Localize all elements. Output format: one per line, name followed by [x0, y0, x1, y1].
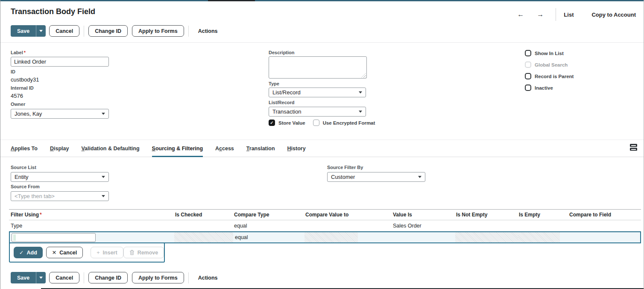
filter-using-combo[interactable] [12, 233, 96, 242]
add-button[interactable]: ✓Add [14, 247, 43, 258]
save-menu-button[interactable] [36, 25, 46, 37]
cell-filter-using: Type [9, 223, 173, 229]
edit-cell-compare-type[interactable]: equal [233, 232, 304, 242]
required-asterisk: * [40, 212, 42, 218]
tab-display[interactable]: Display [50, 140, 69, 157]
tab-applies-to[interactable]: Applies To [11, 140, 38, 157]
source-list-select[interactable]: Entity [11, 172, 109, 182]
cell-compare-type: equal [232, 223, 304, 229]
use-encrypted-format-checkbox[interactable] [313, 120, 319, 126]
store-value-checkbox[interactable]: ✓ [269, 120, 275, 126]
table-row[interactable]: Type equal Sales Order [9, 220, 641, 231]
source-from-input[interactable] [15, 193, 102, 199]
store-value-field: ✓ Store Value Use Encrypted Format [269, 120, 375, 126]
toolbar-divider [84, 26, 84, 37]
chevron-down-icon [359, 91, 362, 93]
text-cursor [13, 234, 16, 241]
inactive-label: Inactive [535, 85, 553, 90]
edit-row-toolbar: ✓Add ✕Cancel +Insert Remove [9, 242, 165, 263]
source-list-field-label: Source List [11, 165, 36, 170]
change-id-button-bottom[interactable]: Change ID [88, 272, 128, 283]
column-header-compare-value-to: Compare Value to [304, 212, 391, 218]
footer-toolbar: Save Cancel Change ID Apply to Forms Act… [11, 272, 223, 283]
x-icon: ✕ [52, 249, 56, 256]
inactive-checkbox[interactable] [525, 85, 531, 91]
insert-button: +Insert [91, 247, 123, 258]
edit-cell-value-is [392, 232, 455, 242]
actions-menu[interactable]: Actions [193, 28, 223, 34]
source-from-combo[interactable] [11, 191, 109, 201]
column-header-compare-to-field: Compare to Field [568, 212, 641, 218]
nav-divider [556, 8, 556, 21]
tab-sourcing-filtering[interactable]: Sourcing & Filtering [152, 140, 203, 157]
chevron-down-icon [39, 30, 43, 32]
label-input[interactable] [11, 57, 109, 67]
edit-cell-is-checked-disabled [174, 232, 233, 242]
previous-record-arrow-icon[interactable]: ← [515, 11, 527, 18]
change-id-button[interactable]: Change ID [88, 25, 128, 37]
header-toolbar: Save Cancel Change ID Apply to Forms Act… [11, 25, 223, 37]
required-asterisk: * [24, 50, 26, 55]
cancel-button-bottom[interactable]: Cancel [49, 272, 79, 283]
description-field [269, 56, 367, 79]
transaction-body-field-page: Transaction Body Field Save Cancel Chang… [0, 0, 644, 289]
tab-translation[interactable]: Translation [246, 140, 275, 157]
edit-cell-compare-value-to [304, 232, 392, 242]
owner-select[interactable]: Jones, Kay [11, 109, 109, 119]
global-search-label: Global Search [535, 62, 568, 67]
column-header-filter-using: Filter Using* [9, 212, 173, 218]
description-textarea[interactable] [269, 56, 367, 79]
internal-id-field-label: Internal ID [11, 85, 34, 90]
column-header-value-is: Value Is [391, 212, 454, 218]
record-is-parent-checkbox[interactable] [525, 73, 531, 79]
use-encrypted-format-label: Use Encrypted Format [323, 120, 375, 126]
show-in-list-label: Show In List [535, 51, 564, 56]
source-from-field-label: Source From [11, 184, 40, 189]
id-value: custbody31 [11, 76, 39, 83]
type-select[interactable]: List/Record [269, 88, 366, 97]
column-header-is-checked: Is Checked [173, 212, 232, 218]
list-record-field-label: List/Record [269, 100, 295, 105]
chevron-down-icon [39, 277, 43, 279]
cell-value-is: Sales Order [391, 223, 454, 229]
owner-field-label: Owner [11, 102, 25, 107]
edit-cell-is-not-empty-disabled [455, 232, 518, 242]
edit-cell-is-empty [518, 232, 568, 242]
show-in-list-field: Show In List [525, 50, 564, 56]
inactive-field: Inactive [525, 85, 553, 91]
internal-id-value: 4576 [11, 93, 23, 99]
collapse-subtabs-icon[interactable] [630, 144, 638, 152]
save-button-bottom[interactable]: Save [11, 272, 36, 283]
record-is-parent-label: Record is Parent [535, 74, 574, 79]
save-menu-button-bottom[interactable] [36, 272, 46, 283]
filter-table: Filter Using* Is Checked Compare Type Co… [9, 209, 641, 243]
global-search-checkbox [525, 61, 531, 68]
column-header-is-empty: Is Empty [517, 212, 568, 218]
show-in-list-checkbox[interactable] [525, 50, 531, 56]
edit-cancel-button[interactable]: ✕Cancel [46, 247, 83, 258]
type-field-label: Type [269, 81, 279, 86]
tab-access[interactable]: Access [215, 140, 234, 157]
apply-to-forms-button[interactable]: Apply to Forms [132, 25, 184, 37]
cancel-button[interactable]: Cancel [49, 25, 79, 37]
source-filter-by-select[interactable]: Customer [327, 172, 425, 182]
plus-icon: + [97, 250, 100, 256]
toolbar-divider [188, 26, 189, 37]
next-record-arrow-icon[interactable]: → [534, 11, 546, 18]
global-search-field: Global Search [525, 61, 568, 68]
list-record-select[interactable]: Transaction [269, 107, 366, 117]
edit-cell-compare-to-field [568, 232, 640, 242]
chevron-down-icon [418, 176, 422, 178]
chevron-down-icon [102, 195, 105, 197]
list-link[interactable]: List [564, 12, 574, 18]
subtab-bar-icon-top [630, 144, 637, 147]
subtab-bar-icon-bottom [630, 148, 637, 151]
actions-menu-bottom[interactable]: Actions [193, 275, 223, 281]
tab-history[interactable]: History [287, 140, 306, 157]
record-nav: ← → List Copy to Account [515, 9, 636, 20]
save-button[interactable]: Save [11, 25, 36, 37]
apply-to-forms-button-bottom[interactable]: Apply to Forms [132, 272, 184, 283]
tab-validation-defaulting[interactable]: Validation & Defaulting [81, 140, 139, 157]
toolbar-divider [84, 272, 84, 283]
copy-to-account-link[interactable]: Copy to Account [591, 12, 636, 18]
